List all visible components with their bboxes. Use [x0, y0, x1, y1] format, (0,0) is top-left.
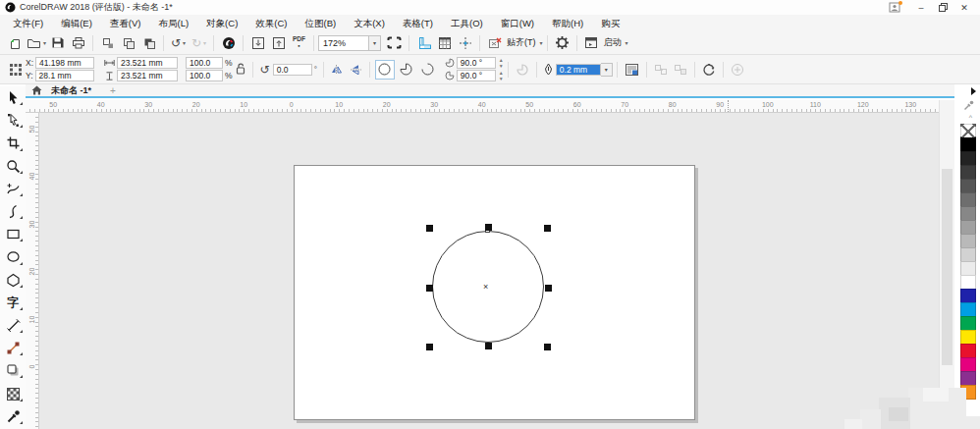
- lock-ratio-icon[interactable]: [236, 63, 245, 76]
- home-icon[interactable]: [31, 85, 42, 95]
- y-position-field[interactable]: 28.1 mm: [35, 70, 94, 81]
- swatch-30-black[interactable]: [960, 234, 976, 248]
- open-button[interactable]: ▾: [27, 33, 46, 52]
- menu-text[interactable]: 文本(X): [345, 15, 394, 31]
- connector-tool[interactable]: [0, 337, 26, 359]
- color-eyedropper-tool[interactable]: [0, 405, 26, 428]
- swatch-60-black[interactable]: [960, 192, 976, 207]
- horizontal-ruler[interactable]: 5040302010010203040506070809010011012013…: [26, 100, 954, 113]
- copy-icon[interactable]: [119, 33, 137, 52]
- zoom-tool[interactable]: [0, 155, 26, 178]
- selection-handle-top-middle[interactable]: [485, 224, 492, 231]
- object-center-marker[interactable]: ×: [483, 282, 488, 292]
- menu-view[interactable]: 查看(V): [101, 15, 150, 31]
- polygon-tool[interactable]: [0, 269, 26, 292]
- publish-pdf-button[interactable]: PDF▪: [290, 33, 308, 52]
- account-icon[interactable]: [889, 2, 900, 13]
- menu-bitmaps[interactable]: 位图(B): [297, 15, 346, 31]
- swatch-80-black[interactable]: [960, 165, 976, 180]
- snap-to-dropdown-icon[interactable]: ▾: [540, 39, 543, 46]
- freehand-tool[interactable]: [0, 178, 26, 200]
- show-rulers-button[interactable]: [414, 33, 433, 52]
- shape-tool[interactable]: [0, 109, 26, 132]
- menu-file[interactable]: 文件(F): [4, 15, 52, 31]
- menu-edit[interactable]: 编辑(E): [52, 15, 101, 31]
- pie-mode-button[interactable]: [397, 60, 416, 80]
- swatch-purple[interactable]: [960, 371, 976, 386]
- vertical-scrollbar-thumb[interactable]: [942, 169, 953, 365]
- swatch-red[interactable]: [960, 344, 976, 358]
- close-button[interactable]: ✕: [953, 1, 975, 14]
- bezier-curve-tool[interactable]: [0, 200, 26, 223]
- rectangle-tool[interactable]: [0, 223, 26, 245]
- selection-handle-bottom-middle[interactable]: [485, 343, 492, 349]
- wrap-text-icon[interactable]: [625, 63, 639, 77]
- fullscreen-preview-button[interactable]: [385, 33, 404, 52]
- swatch-black[interactable]: [960, 137, 976, 152]
- minimize-button[interactable]: –: [910, 1, 932, 14]
- swatch-40-black[interactable]: [960, 220, 976, 235]
- show-grid-button[interactable]: [435, 33, 454, 52]
- start-angle-field[interactable]: 90.0 °: [457, 57, 496, 69]
- object-width-field[interactable]: 23.521 mm: [117, 57, 178, 69]
- zoom-level-combobox[interactable]: 172%: [318, 35, 369, 51]
- save-button[interactable]: [48, 33, 67, 52]
- snap-off-icon[interactable]: [485, 33, 504, 52]
- import-button[interactable]: [248, 33, 267, 52]
- crop-tool[interactable]: [0, 132, 26, 154]
- swatch-70-black[interactable]: [960, 179, 976, 193]
- palette-flyout-icon[interactable]: [971, 87, 976, 95]
- swatch-20-black[interactable]: [960, 247, 976, 262]
- menu-window[interactable]: 窗口(W): [492, 15, 543, 31]
- search-content-icon[interactable]: [219, 33, 238, 52]
- scale-y-field[interactable]: 100.0: [186, 70, 223, 81]
- swatch-green[interactable]: [960, 316, 976, 331]
- x-position-field[interactable]: 41.198 mm: [35, 57, 94, 69]
- document-tab-active[interactable]: 未命名 -1*: [46, 84, 96, 97]
- outline-width-dropdown-icon[interactable]: ▾: [601, 63, 613, 77]
- object-height-field[interactable]: 23.521 mm: [117, 70, 178, 81]
- ellipse-tool[interactable]: [0, 245, 26, 268]
- swatch-90-black[interactable]: [960, 151, 976, 166]
- selection-handle-bottom-left[interactable]: [426, 344, 433, 350]
- swatch-50-black[interactable]: [960, 206, 976, 221]
- drop-shadow-tool[interactable]: [0, 359, 26, 382]
- selection-handle-middle-right[interactable]: [545, 285, 552, 292]
- restore-button[interactable]: [932, 1, 953, 14]
- swatch-no-color[interactable]: [960, 124, 976, 138]
- launch-label[interactable]: 启动: [604, 36, 622, 49]
- swatch-blue[interactable]: [960, 289, 976, 303]
- menu-object[interactable]: 对象(C): [197, 15, 246, 31]
- convert-to-curve-icon[interactable]: [702, 63, 716, 77]
- swatch-cyan[interactable]: [960, 302, 976, 317]
- new-tab-button[interactable]: +: [110, 85, 116, 96]
- menu-help[interactable]: 帮助(H): [543, 15, 592, 31]
- menu-layout[interactable]: 布局(L): [149, 15, 197, 31]
- export-button[interactable]: [269, 33, 288, 52]
- ellipse-mode-button[interactable]: [375, 60, 395, 80]
- undo-button[interactable]: ↺▾: [169, 33, 188, 52]
- new-document-button[interactable]: [6, 33, 25, 52]
- scale-x-field[interactable]: 100.0: [186, 57, 223, 69]
- text-tool[interactable]: 字: [0, 292, 26, 314]
- arc-mode-button[interactable]: [418, 60, 438, 80]
- launch-window-icon[interactable]: [582, 33, 601, 52]
- end-angle-field[interactable]: 90.0 °: [457, 70, 496, 81]
- redo-button[interactable]: ↻▾: [190, 33, 208, 52]
- mirror-horizontal-icon[interactable]: [331, 64, 344, 76]
- palette-eyedropper-icon[interactable]: [963, 100, 974, 111]
- swatch-yellow[interactable]: [960, 330, 976, 345]
- zoom-level-dropdown-icon[interactable]: ▾: [369, 35, 381, 51]
- dimension-tool[interactable]: [0, 314, 26, 337]
- vertical-ruler[interactable]: 50 40 30 20 10 0: [26, 113, 39, 429]
- menu-tools[interactable]: 工具(O): [442, 15, 492, 31]
- menu-effects[interactable]: 效果(C): [246, 15, 296, 31]
- selection-handle-top-left[interactable]: [426, 225, 433, 232]
- selection-handle-bottom-right[interactable]: [544, 344, 551, 350]
- launch-dropdown-icon[interactable]: ▾: [626, 39, 628, 46]
- pick-tool[interactable]: [0, 86, 26, 109]
- selection-handle-middle-left[interactable]: [426, 285, 433, 292]
- paste-icon[interactable]: [139, 33, 158, 52]
- transparency-tool[interactable]: [0, 382, 26, 404]
- selection-handle-top-right[interactable]: [544, 225, 551, 232]
